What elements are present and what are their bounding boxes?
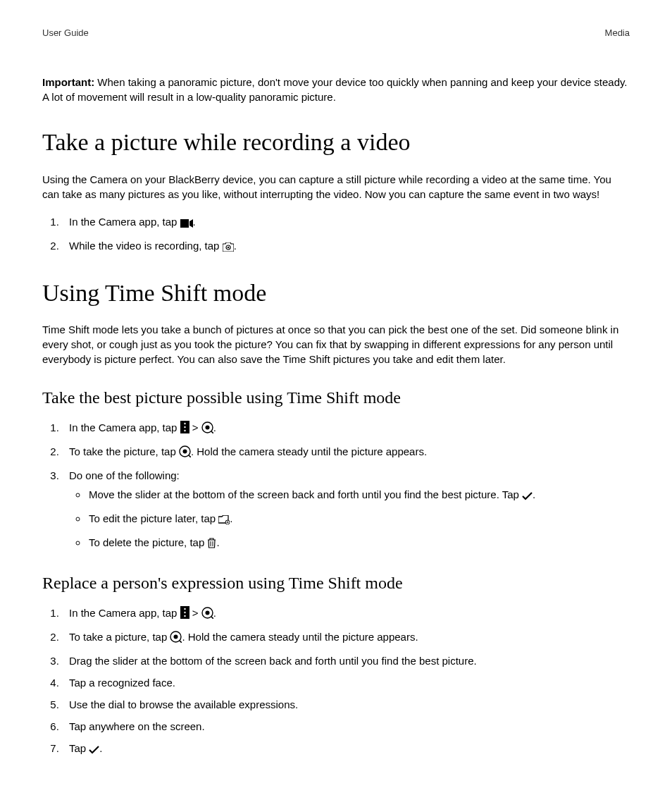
sub1-bullets: Move the slider at the bottom of the scr… (69, 487, 630, 552)
svg-point-13 (184, 608, 185, 609)
important-label: Important: (42, 76, 94, 88)
list-item: Move the slider at the bottom of the scr… (87, 487, 630, 504)
svg-point-8 (205, 425, 209, 429)
section1-steps: In the Camera app, tap . While the video… (42, 214, 630, 255)
list-item: Tap a recognized face. (62, 675, 630, 690)
svg-point-6 (184, 430, 185, 431)
svg-point-15 (184, 615, 185, 616)
svg-point-5 (184, 426, 185, 428)
svg-point-4 (184, 423, 185, 424)
more-menu-icon (180, 606, 189, 622)
list-item: To edit the picture later, tap . (87, 511, 630, 528)
check-icon (522, 489, 533, 504)
heading-replace-expression: Replace a person's expression using Time… (42, 572, 630, 596)
svg-point-10 (182, 449, 187, 453)
list-item: In the Camera app, tap > . (62, 420, 630, 437)
svg-rect-0 (180, 219, 189, 228)
list-item: To take a picture, tap . Hold the camera… (62, 629, 630, 646)
list-item: Use the dial to browse the available exp… (62, 697, 630, 712)
time-shift-icon (179, 445, 191, 461)
svg-point-17 (205, 610, 209, 615)
header-left: User Guide (42, 27, 89, 39)
svg-point-14 (184, 611, 185, 612)
important-note: Important: When taking a panoramic pictu… (42, 75, 630, 104)
section1-intro: Using the Camera on your BlackBerry devi… (42, 172, 630, 202)
section2-intro: Time Shift mode lets you take a bunch of… (42, 322, 630, 366)
svg-point-2 (227, 247, 228, 248)
important-text: When taking a panoramic picture, don't m… (42, 76, 628, 103)
heading-best-picture: Take the best picture possible using Tim… (42, 386, 630, 410)
list-item: Do one of the following: Move the slider… (62, 468, 630, 552)
sub1-steps: In the Camera app, tap > . To take the p… (42, 420, 630, 552)
trash-icon (207, 537, 216, 552)
time-shift-icon (201, 421, 213, 437)
video-camera-icon (180, 216, 193, 231)
list-item: While the video is recording, tap . (62, 238, 630, 255)
list-item: In the Camera app, tap . (62, 214, 630, 231)
list-item: Tap anywhere on the screen. (62, 719, 630, 734)
camera-icon (223, 240, 234, 255)
time-shift-icon (201, 607, 213, 622)
list-item: To take the picture, tap . Hold the came… (62, 444, 630, 461)
heading-take-picture-video: Take a picture while recording a video (42, 125, 630, 159)
time-shift-icon (170, 631, 182, 646)
more-menu-icon (180, 421, 189, 437)
list-item: Tap . (62, 741, 630, 758)
list-item: To delete the picture, tap . (87, 535, 630, 552)
header-right: Media (605, 27, 630, 39)
list-item: In the Camera app, tap > . (62, 605, 630, 622)
list-item: Drag the slider at the bottom of the scr… (62, 653, 630, 668)
heading-time-shift: Using Time Shift mode (42, 276, 630, 310)
save-folder-icon (218, 513, 230, 528)
page-header: User Guide Media (42, 27, 630, 39)
sub2-steps: In the Camera app, tap > . To take a pic… (42, 605, 630, 758)
check-icon (89, 743, 99, 758)
svg-point-19 (174, 634, 178, 639)
